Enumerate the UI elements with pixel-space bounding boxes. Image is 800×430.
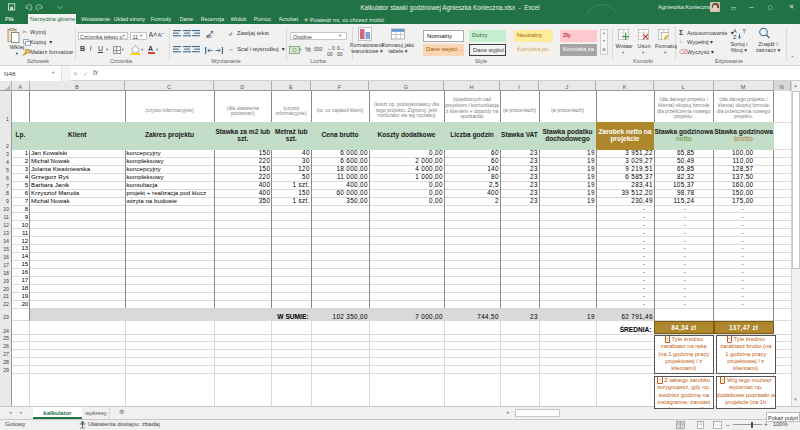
svg-text:ab: ab (206, 33, 212, 39)
svg-text:Z: Z (733, 34, 737, 40)
